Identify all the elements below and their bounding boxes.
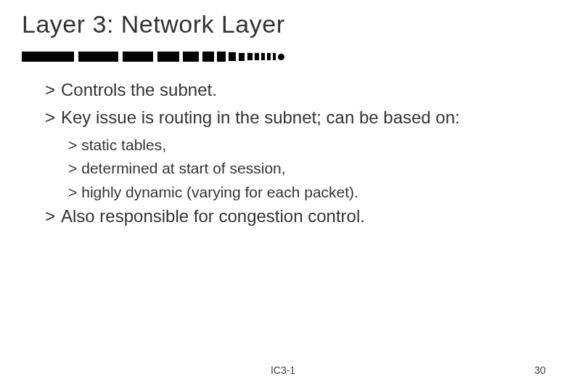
slide-title: Layer 3: Network Layer [22, 10, 285, 38]
content-area: > Controls the subnet. > Key issue is ro… [45, 78, 544, 232]
footer-code: IC3-1 [0, 364, 566, 376]
bullet-text: determined at start of session, [81, 158, 285, 179]
bullet-text: static tables, [81, 134, 166, 156]
bullet-marker: > [45, 78, 55, 102]
page-number: 30 [534, 364, 546, 376]
bullet-sub-item: > highly dynamic (varying for each packe… [68, 181, 544, 203]
bullet-marker: > [45, 205, 55, 228]
bullet-sub-item: > static tables, [68, 134, 544, 156]
bullet-sub-item: > determined at start of session, [68, 158, 544, 179]
title-ornament [22, 49, 327, 64]
bullet-item: > Also responsible for congestion contro… [45, 205, 544, 228]
slide: Layer 3: Network Layer > Contro [0, 0, 566, 392]
bullet-text: Key issue is routing in the subnet; can … [61, 106, 460, 129]
bullet-marker: > [45, 106, 55, 129]
bullet-item: > Key issue is routing in the subnet; ca… [45, 106, 544, 129]
bullet-text: highly dynamic (varying for each packet)… [81, 181, 358, 203]
bullet-marker: > [68, 158, 77, 179]
bullet-marker: > [68, 181, 77, 203]
bullet-text: Controls the subnet. [61, 78, 217, 102]
bullet-item: > Controls the subnet. [45, 78, 544, 102]
bullet-marker: > [68, 134, 77, 156]
bullet-text: Also responsible for congestion control. [61, 205, 365, 228]
